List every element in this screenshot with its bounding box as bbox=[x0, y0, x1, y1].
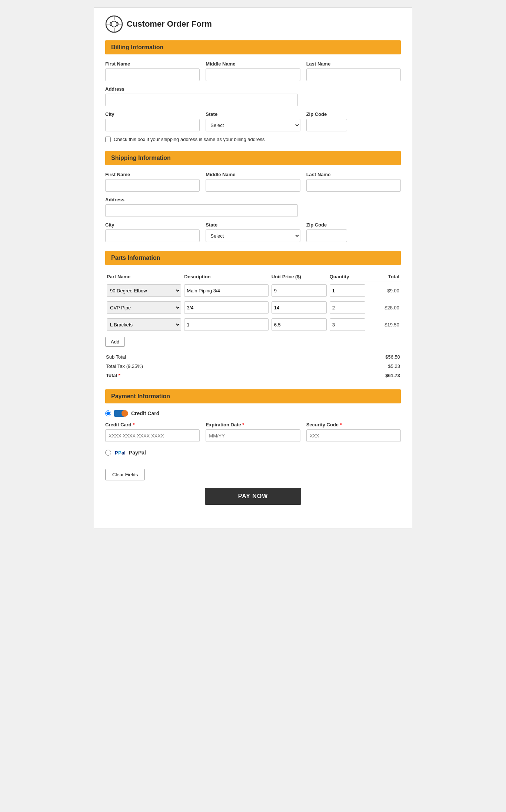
part-desc-input-1[interactable] bbox=[184, 301, 268, 314]
shipping-city-state-row: City State Select ALAKAZCA COFLGANY TXWA… bbox=[105, 222, 401, 242]
part-qty-input-0[interactable] bbox=[330, 284, 366, 297]
credit-card-radio[interactable] bbox=[105, 410, 111, 416]
shipping-last-name-label: Last Name bbox=[306, 172, 401, 177]
expiration-date-input[interactable] bbox=[206, 429, 300, 442]
col-header-price: Unit Price ($) bbox=[270, 272, 328, 282]
divider bbox=[105, 462, 401, 462]
subtotal-row: Sub Total $56.50 bbox=[106, 353, 400, 361]
shipping-zip-group: Zip Code bbox=[306, 222, 401, 242]
logo-icon bbox=[105, 15, 123, 33]
paypal-icon: P P al bbox=[114, 449, 126, 457]
col-header-total: Total bbox=[367, 272, 401, 282]
shipping-last-name-input[interactable] bbox=[306, 179, 401, 192]
table-row: 90 Degree Elbow 90 Degree Elbow CVP Pipe… bbox=[105, 282, 401, 299]
part-price-input-1[interactable] bbox=[272, 301, 327, 314]
same-address-row: Check this box if your shipping address … bbox=[105, 137, 401, 142]
billing-address-label: Address bbox=[105, 86, 298, 92]
billing-middle-name-group: Middle Name bbox=[206, 61, 300, 81]
shipping-zip-label: Zip Code bbox=[306, 222, 401, 228]
svg-text:P: P bbox=[118, 450, 121, 456]
shipping-name-row: First Name Middle Name Last Name bbox=[105, 172, 401, 192]
billing-state-label: State bbox=[206, 111, 300, 117]
svg-point-1 bbox=[111, 21, 117, 27]
part-total-2: $19.50 bbox=[367, 316, 401, 333]
paypal-label: PayPal bbox=[129, 450, 146, 456]
part-name-select-0[interactable]: 90 Degree Elbow 90 Degree Elbow CVP Pipe… bbox=[107, 284, 181, 297]
subtotal-label: Sub Total bbox=[106, 353, 316, 361]
add-part-button[interactable]: Add bbox=[105, 337, 125, 347]
parts-section-header: Parts Information bbox=[105, 251, 401, 265]
col-header-desc: Description bbox=[183, 272, 270, 282]
shipping-state-label: State bbox=[206, 222, 300, 228]
page-title: Customer Order Form bbox=[127, 19, 212, 29]
billing-address-group: Address bbox=[105, 86, 298, 106]
billing-city-input[interactable] bbox=[105, 119, 200, 131]
svg-text:al: al bbox=[121, 450, 126, 456]
part-name-select-1[interactable]: CVP Pipe 90 Degree Elbow CVP Pipe L Brac… bbox=[107, 301, 181, 314]
security-code-label: Security Code * bbox=[306, 422, 401, 427]
part-price-input-2[interactable] bbox=[272, 318, 327, 331]
table-row: L Brackets 90 Degree Elbow CVP Pipe L Br… bbox=[105, 316, 401, 333]
shipping-section: Shipping Information First Name Middle N… bbox=[105, 151, 401, 242]
totals-table: Sub Total $56.50 Total Tax (9.25%) $5.23… bbox=[105, 352, 401, 380]
subtotal-value: $56.50 bbox=[317, 353, 400, 361]
svg-text:P: P bbox=[115, 450, 118, 456]
total-value: $61.73 bbox=[317, 371, 400, 380]
page-wrapper: Customer Order Form Billing Information … bbox=[94, 7, 412, 529]
same-address-label: Check this box if your shipping address … bbox=[114, 137, 265, 142]
billing-address-row: Address bbox=[105, 86, 401, 106]
part-name-select-2[interactable]: L Brackets 90 Degree Elbow CVP Pipe L Br… bbox=[107, 318, 181, 331]
shipping-state-select[interactable]: Select ALAKAZCA COFLGANY TXWA bbox=[206, 229, 300, 242]
col-header-part: Part Name bbox=[105, 272, 183, 282]
billing-last-name-input[interactable] bbox=[306, 68, 401, 81]
shipping-middle-name-input[interactable] bbox=[206, 179, 300, 192]
part-desc-input-2[interactable] bbox=[184, 318, 268, 331]
expiration-date-label: Expiration Date * bbox=[206, 422, 300, 427]
part-qty-input-1[interactable] bbox=[330, 301, 366, 314]
pay-now-button[interactable]: PAY NOW bbox=[205, 488, 301, 505]
shipping-city-input[interactable] bbox=[105, 229, 200, 242]
clear-fields-button[interactable]: Clear Fields bbox=[105, 469, 145, 480]
shipping-middle-name-label: Middle Name bbox=[206, 172, 300, 177]
billing-first-name-group: First Name bbox=[105, 61, 200, 81]
credit-card-icon bbox=[114, 410, 128, 417]
shipping-state-group: State Select ALAKAZCA COFLGANY TXWA bbox=[206, 222, 300, 242]
shipping-first-name-group: First Name bbox=[105, 172, 200, 192]
same-address-checkbox[interactable] bbox=[105, 137, 111, 142]
credit-card-number-label: Credit Card * bbox=[105, 422, 200, 427]
parts-section: Parts Information Part Name Description … bbox=[105, 251, 401, 380]
shipping-address-input[interactable] bbox=[105, 204, 298, 217]
paypal-option-row: P P al PayPal bbox=[105, 449, 401, 457]
shipping-zip-input[interactable] bbox=[306, 229, 347, 242]
billing-address-input[interactable] bbox=[105, 94, 298, 106]
part-desc-input-0[interactable] bbox=[184, 284, 268, 297]
paypal-radio[interactable] bbox=[105, 450, 111, 456]
credit-card-fields: Credit Card * Expiration Date * Security… bbox=[105, 422, 401, 442]
billing-zip-input[interactable] bbox=[306, 119, 347, 131]
security-code-input[interactable] bbox=[306, 429, 401, 442]
cc-orange-part bbox=[121, 410, 128, 417]
table-row: CVP Pipe 90 Degree Elbow CVP Pipe L Brac… bbox=[105, 299, 401, 316]
parts-table: Part Name Description Unit Price ($) Qua… bbox=[105, 272, 401, 333]
tax-label: Total Tax (9.25%) bbox=[106, 362, 316, 370]
billing-state-group: State Select ALAKAZCA COFLGANY TXWA bbox=[206, 111, 300, 131]
credit-card-number-input[interactable] bbox=[105, 429, 200, 442]
billing-name-row: First Name Middle Name Last Name bbox=[105, 61, 401, 81]
part-price-input-0[interactable] bbox=[272, 284, 327, 297]
total-label: Total * bbox=[106, 371, 316, 380]
billing-state-select[interactable]: Select ALAKAZCA COFLGANY TXWA bbox=[206, 119, 300, 131]
billing-city-state-row: City State Select ALAKAZCA COFLGANY TXWA… bbox=[105, 111, 401, 131]
credit-card-number-field: Credit Card * bbox=[105, 422, 200, 442]
billing-first-name-input[interactable] bbox=[105, 68, 200, 81]
billing-section: Billing Information First Name Middle Na… bbox=[105, 40, 401, 142]
shipping-first-name-input[interactable] bbox=[105, 179, 200, 192]
page-header: Customer Order Form bbox=[105, 15, 401, 33]
shipping-first-name-label: First Name bbox=[105, 172, 200, 177]
total-row: Total * $61.73 bbox=[106, 371, 400, 380]
shipping-last-name-group: Last Name bbox=[306, 172, 401, 192]
tax-value: $5.23 bbox=[317, 362, 400, 370]
billing-middle-name-input[interactable] bbox=[206, 68, 300, 81]
part-qty-input-2[interactable] bbox=[330, 318, 366, 331]
billing-city-label: City bbox=[105, 111, 200, 117]
billing-middle-name-label: Middle Name bbox=[206, 61, 300, 67]
